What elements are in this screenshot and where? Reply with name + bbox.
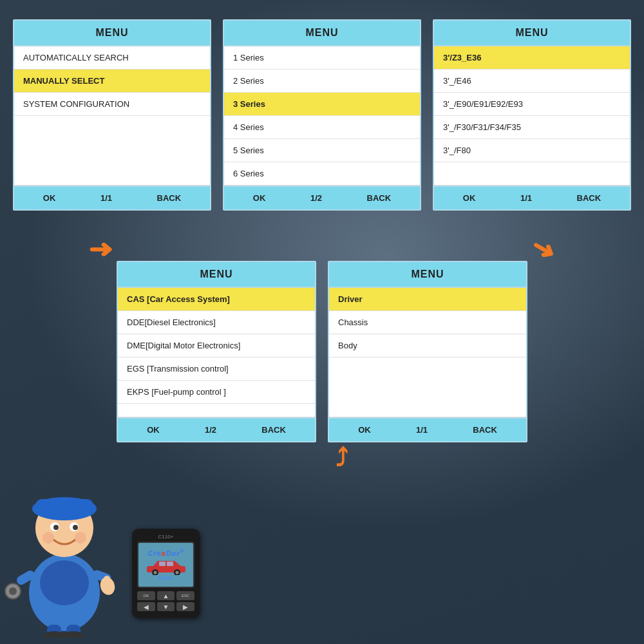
svg-point-7 — [53, 525, 59, 530]
menu1-ok[interactable]: OK — [38, 192, 61, 204]
scanner-btn-right[interactable]: ▶ — [176, 602, 194, 611]
menu5-items: Driver Chassis Body — [329, 288, 526, 417]
menu3-item-e36[interactable]: 3'/Z3_E36 — [434, 46, 630, 70]
menu5-ok[interactable]: OK — [353, 424, 376, 436]
menu3-item-e90[interactable]: 3'_/E90/E91/E92/E93 — [434, 93, 630, 116]
menu4-title: MENU — [118, 262, 315, 288]
menu3-items: 3'/Z3_E36 3'_/E46 3'_/E90/E91/E92/E93 3'… — [434, 46, 630, 185]
menu2-ok[interactable]: OK — [248, 192, 271, 204]
svg-point-20 — [63, 631, 84, 638]
scanner-device: C110+ CreaDor® C110+ OK ▲ ESC — [132, 529, 200, 618]
menu5-footer: OK 1/1 BACK — [329, 417, 526, 441]
menu2-page: 1/2 — [305, 192, 327, 204]
menu1-item-auto[interactable]: AUTOMATICALLY SEARCH — [14, 46, 210, 70]
menu2-item-4series[interactable]: 4 Series — [224, 116, 420, 139]
menu3-page: 1/1 — [515, 192, 537, 204]
menu2-item-2series[interactable]: 2 Series — [224, 70, 420, 93]
menu4-item-cas[interactable]: CAS [Car Access System] — [118, 288, 315, 311]
menu4-back[interactable]: BACK — [256, 424, 291, 436]
menu4-item-dme[interactable]: DME[Digital Motor Electronics] — [118, 334, 315, 357]
menu3-empty — [434, 162, 630, 185]
menu5-empty — [329, 357, 526, 417]
svg-point-10 — [75, 532, 86, 544]
menu5-item-driver[interactable]: Driver — [329, 288, 526, 311]
menu4-item-dde[interactable]: DDE[Diesel Electronics] — [118, 311, 315, 334]
menu2-back[interactable]: BACK — [362, 192, 397, 204]
menu-card-1: MENU AUTOMATICALLY SEARCH MANUALLY SELEC… — [13, 19, 211, 211]
menu-card-2: MENU 1 Series 2 Series 3 Series 4 Series… — [223, 19, 421, 211]
svg-point-13 — [9, 587, 17, 595]
scanner-btn-up[interactable]: ▲ — [157, 591, 175, 600]
arrow-up-left: ⤴ — [336, 445, 348, 473]
svg-point-19 — [44, 631, 64, 638]
scanner-car-icon — [144, 557, 189, 575]
menu3-footer: OK 1/1 BACK — [434, 185, 630, 209]
menu2-item-1series[interactable]: 1 Series — [224, 46, 420, 70]
menu2-item-3series[interactable]: 3 Series — [224, 93, 420, 116]
scanner-model-top: C110+ — [137, 534, 194, 540]
menu1-item-sysconfig[interactable]: SYSTEM CONFIGURATION — [14, 93, 210, 116]
svg-point-9 — [43, 532, 54, 544]
menu3-item-f80[interactable]: 3'_/F80 — [434, 139, 630, 162]
device-mascot-area: C110+ CreaDor® C110+ OK ▲ ESC — [0, 367, 213, 644]
menu2-item-5series[interactable]: 5 Series — [224, 139, 420, 162]
menu5-item-body[interactable]: Body — [329, 334, 526, 357]
svg-point-25 — [175, 571, 178, 574]
scanner-btn-left[interactable]: ◀ — [137, 602, 155, 611]
menu2-items: 1 Series 2 Series 3 Series 4 Series 5 Se… — [224, 46, 420, 185]
scanner-btn-ok[interactable]: OK — [137, 591, 155, 600]
menu1-item-manual[interactable]: MANUALLY SELECT — [14, 70, 210, 93]
menu2-footer: OK 1/2 BACK — [224, 185, 420, 209]
svg-rect-26 — [159, 562, 166, 566]
menu3-ok[interactable]: OK — [458, 192, 481, 204]
svg-point-8 — [73, 525, 78, 530]
menu1-footer: OK 1/1 BACK — [14, 185, 210, 209]
menu-card-5: MENU Driver Chassis Body OK 1/1 BACK — [328, 261, 527, 442]
menu1-title: MENU — [14, 21, 210, 46]
svg-rect-27 — [167, 562, 173, 566]
menu1-page: 1/1 — [95, 192, 117, 204]
menu2-item-6series[interactable]: 6 Series — [224, 162, 420, 185]
arrows-top-row: ➜ ➜ — [13, 235, 631, 263]
menu5-back[interactable]: BACK — [468, 424, 502, 436]
mechanic-mascot — [3, 444, 126, 638]
top-menus-grid: MENU AUTOMATICALLY SEARCH MANUALLY SELEC… — [13, 19, 631, 222]
svg-rect-16 — [104, 576, 110, 586]
menu5-title: MENU — [329, 262, 526, 288]
svg-point-1 — [40, 560, 89, 605]
menu1-items: AUTOMATICALLY SEARCH MANUALLY SELECT SYS… — [14, 46, 210, 185]
scanner-btn-esc[interactable]: ESC — [176, 591, 194, 600]
scanner-screen: CreaDor® C110+ — [137, 542, 194, 588]
menu-card-3: MENU 3'/Z3_E36 3'_/E46 3'_/E90/E91/E92/E… — [433, 19, 631, 211]
svg-point-24 — [153, 571, 156, 574]
arrow-right-1: ➜ — [88, 235, 113, 263]
scanner-brand: CreaDor® — [147, 549, 184, 557]
menu3-item-f30[interactable]: 3'_/F30/F31/F34/F35 — [434, 116, 630, 139]
menu3-back[interactable]: BACK — [572, 192, 607, 204]
menu1-empty — [14, 116, 210, 185]
menu5-item-chassis[interactable]: Chassis — [329, 311, 526, 334]
menu3-item-e46[interactable]: 3'_/E46 — [434, 70, 630, 93]
menu5-page: 1/1 — [411, 424, 433, 436]
scanner-btn-down[interactable]: ▼ — [157, 602, 175, 611]
menu3-title: MENU — [434, 21, 630, 46]
menu1-back[interactable]: BACK — [152, 192, 187, 204]
menu2-title: MENU — [224, 21, 420, 46]
svg-rect-4 — [35, 499, 93, 512]
scanner-button-grid: OK ▲ ESC ◀ ▼ ▶ — [137, 591, 194, 611]
scanner-submodel: C110+ — [158, 575, 174, 581]
